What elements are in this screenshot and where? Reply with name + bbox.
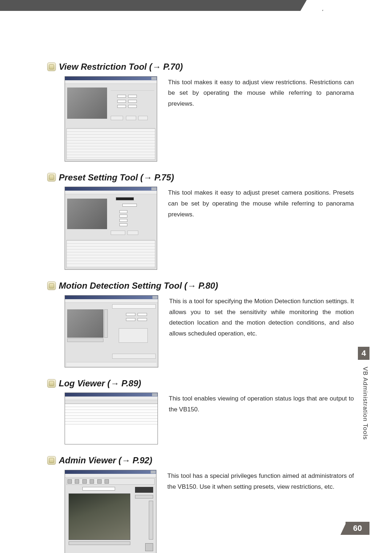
- section-description: This tool makes it easy to adjust view r…: [168, 76, 354, 109]
- bullet-icon: [47, 62, 56, 71]
- section-preset-setting: Preset Setting Tool (→ P.75): [47, 172, 354, 270]
- section-row: This tool makes it easy to adjust preset…: [47, 187, 354, 270]
- heading-row: Log Viewer (→ P.89): [47, 378, 354, 389]
- heading-row: Preset Setting Tool (→ P.75): [47, 172, 354, 183]
- section-motion-detection: Motion Detection Setting Tool (→ P.80): [47, 281, 354, 367]
- bullet-icon: [47, 173, 56, 182]
- screenshot-motion-detection: [65, 295, 158, 367]
- heading-row: Admin Viewer (→ P.92): [47, 455, 354, 465]
- section-heading: View Restriction Tool (→ P.70): [59, 62, 183, 72]
- top-bar: [0, 0, 392, 11]
- section-description: This tool has a special privileges funct…: [167, 470, 354, 492]
- content-area: View Restriction Tool (→ P.70): [47, 62, 354, 553]
- page-number-box: 60: [346, 522, 369, 535]
- top-bar-right-blank: [323, 0, 392, 11]
- section-description: This tool makes it easy to adjust preset…: [168, 187, 354, 220]
- bullet-icon: [47, 456, 56, 465]
- section-row: This tool enables viewing of operation s…: [47, 393, 354, 444]
- section-heading: Log Viewer (→ P.89): [59, 378, 141, 389]
- section-view-restriction: View Restriction Tool (→ P.70): [47, 62, 354, 162]
- section-description: This tool enables viewing of operation s…: [169, 393, 354, 415]
- bullet-icon: [47, 379, 56, 388]
- manual-page: View Restriction Tool (→ P.70): [0, 0, 392, 553]
- section-description: This is a tool for specifying the Motion…: [169, 295, 354, 339]
- section-log-viewer: Log Viewer (→ P.89) This tool enables vi…: [47, 378, 354, 445]
- screenshot-preset-setting: [65, 187, 157, 270]
- side-chapter-label: VB Administration Tools: [362, 367, 369, 440]
- section-row: This tool has a special privileges funct…: [47, 470, 354, 553]
- chapter-tab: 4: [358, 347, 369, 360]
- section-row: This tool makes it easy to adjust view r…: [47, 76, 354, 162]
- section-heading: Motion Detection Setting Tool (→ P.80): [59, 281, 218, 291]
- section-admin-viewer: Admin Viewer (→ P.92): [47, 455, 354, 553]
- screenshot-view-restriction: [65, 76, 157, 162]
- chapter-number: 4: [362, 349, 366, 358]
- heading-row: Motion Detection Setting Tool (→ P.80): [47, 281, 354, 291]
- heading-row: View Restriction Tool (→ P.70): [47, 62, 354, 72]
- section-heading: Admin Viewer (→ P.92): [59, 455, 152, 465]
- page-number: 60: [353, 524, 362, 533]
- section-heading: Preset Setting Tool (→ P.75): [59, 172, 174, 183]
- screenshot-admin-viewer: [65, 470, 156, 553]
- bullet-icon: [47, 281, 56, 290]
- section-row: This is a tool for specifying the Motion…: [47, 295, 354, 367]
- screenshot-log-viewer: [65, 393, 158, 444]
